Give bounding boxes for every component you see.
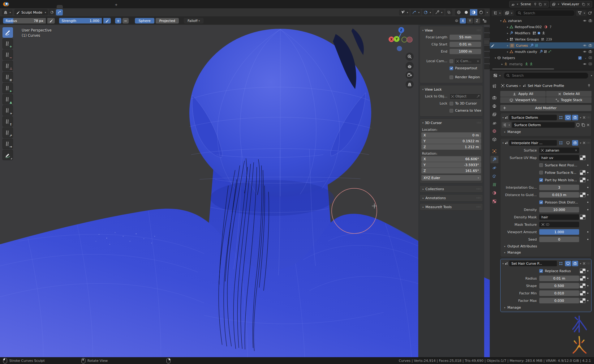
hide-eye-icon[interactable] — [583, 44, 587, 47]
outliner-row-helpers[interactable]: ▾ helpers ⌄ — [490, 55, 594, 61]
measureit-panel-header[interactable]: ▸MeasureIt Tools∷∷ — [420, 203, 483, 211]
local-camera-checkbox[interactable] — [450, 59, 453, 63]
follow-surface-checkbox[interactable] — [539, 171, 543, 174]
tab-tool[interactable] — [490, 82, 498, 90]
modifier-header[interactable]: ▾ Surface Deform ▾ ∷∷ — [501, 114, 590, 121]
lock-to-object-field[interactable]: Object — [450, 93, 481, 100]
tab-modifiers[interactable] — [490, 156, 498, 163]
radius-pressure-button[interactable] — [47, 18, 55, 24]
tab-collection[interactable] — [490, 136, 498, 143]
tab-scene[interactable] — [490, 119, 498, 126]
extras-dropdown[interactable]: ▾ — [580, 262, 581, 265]
editor-type-selector[interactable]: ▾ — [2, 10, 12, 15]
tool-button[interactable]: ≡ — [2, 72, 13, 82]
density-mask-field[interactable]: hair — [539, 214, 579, 220]
tab-constraints[interactable] — [490, 173, 498, 180]
new-scene-icon[interactable] — [538, 2, 542, 6]
tool-button[interactable] — [2, 27, 13, 38]
focal-length-field[interactable]: 55 mm — [450, 35, 481, 40]
collection-checkbox[interactable] — [578, 56, 582, 60]
replace-radius-checkbox[interactable] — [539, 269, 543, 273]
manage-section[interactable]: ▸Manage — [501, 304, 590, 310]
edit-mode-toggle[interactable] — [558, 115, 564, 120]
view-lock-header[interactable]: ▾View Lock — [421, 86, 481, 92]
pin-icon[interactable] — [587, 84, 591, 88]
edit-mode-toggle[interactable] — [558, 261, 564, 266]
close-icon[interactable] — [587, 2, 590, 6]
outliner-search-input[interactable] — [523, 11, 572, 15]
cursor-rot-y[interactable]: Y-3.5933° — [421, 162, 481, 168]
breadcrumb-modifier[interactable]: Set Hair Curve Profile — [528, 84, 564, 88]
direction-add-button[interactable]: + — [115, 18, 121, 24]
distance-to-guides-field[interactable]: 0.013 m — [539, 192, 579, 198]
render-display-toggle[interactable] — [572, 140, 578, 146]
navigation-gizmo[interactable]: Z X Y — [384, 25, 421, 93]
rotation-order-dropdown[interactable]: XYZ Euler▾ — [421, 175, 481, 181]
drag-handle[interactable]: ∷∷ — [587, 262, 590, 265]
curve-transform-toggle[interactable] — [56, 9, 63, 15]
topbar-menu[interactable] — [23, 3, 28, 5]
pan-button[interactable] — [406, 62, 414, 70]
outliner-row-metarig[interactable]: ▸ metarig — [490, 61, 594, 67]
workspace-tab[interactable] — [57, 5, 63, 8]
shading-material-button[interactable] — [470, 9, 477, 15]
tab-physics[interactable] — [490, 164, 498, 172]
topbar-menu[interactable] — [17, 3, 23, 5]
topbar-menu[interactable] — [34, 3, 39, 5]
annotations-panel-header[interactable]: ▸Annotations∷∷ — [420, 194, 483, 202]
new-viewlayer-icon[interactable] — [582, 2, 585, 6]
projected-button[interactable]: Projected — [156, 18, 179, 24]
attribute-toggle[interactable] — [580, 215, 586, 220]
cursor-loc-y[interactable]: Y0.1922 m — [421, 138, 481, 144]
delete-all-button[interactable]: Delete All — [546, 91, 592, 97]
outliner-row-vertex-groups[interactable]: ▸ Vertex Groups 239 — [490, 36, 594, 42]
strength-slider[interactable]: Strength 1.000 — [59, 18, 102, 24]
attribute-toggle[interactable] — [580, 298, 586, 303]
pin-icon[interactable] — [533, 2, 537, 6]
blender-logo-icon[interactable] — [3, 2, 9, 6]
drag-handle[interactable]: ∷∷ — [587, 116, 590, 119]
ortho-toggle-button[interactable] — [406, 80, 414, 88]
properties-search[interactable] — [504, 72, 588, 79]
attribute-toggle[interactable] — [580, 268, 586, 273]
outliner-row-curves[interactable]: ▸ Curves — [490, 42, 594, 49]
properties-search-input[interactable] — [511, 73, 586, 78]
poisson-disk-checkbox[interactable] — [539, 200, 543, 204]
attribute-toggle[interactable] — [580, 276, 586, 281]
collections-panel-header[interactable]: ▸Collections∷∷ — [420, 185, 483, 193]
mode-selector[interactable]: Sculpt Mode ▾ — [14, 9, 48, 15]
viewport-menu[interactable] — [70, 11, 75, 13]
add-workspace-button[interactable]: + — [112, 1, 120, 8]
viewport-menu[interactable] — [65, 11, 70, 13]
attribute-toggle[interactable] — [580, 155, 586, 160]
topbar-menu[interactable] — [28, 3, 34, 5]
outliner-row-mouth-cavity[interactable]: ▸ mouth cavity — [490, 49, 594, 55]
close-icon[interactable] — [582, 116, 586, 119]
copy-icon[interactable] — [581, 123, 585, 127]
n-panel-tab[interactable] — [484, 33, 490, 38]
workspace-tab[interactable] — [63, 5, 69, 8]
shading-dropdown[interactable]: ▾ — [487, 11, 488, 14]
surface-rest-checkbox[interactable] — [539, 163, 543, 167]
symmetry-y-button[interactable]: Y — [467, 18, 473, 24]
outliner-row-zaharan[interactable]: ▾ zaharan — [490, 18, 594, 24]
symmetry-icon[interactable] — [454, 19, 459, 23]
attribute-toggle[interactable] — [580, 170, 586, 175]
factor-max-field[interactable]: 0.030 — [539, 298, 579, 303]
workspace-tab[interactable] — [100, 5, 106, 8]
outliner-hscrollbar[interactable] — [492, 68, 554, 70]
n-panel-tab[interactable] — [484, 58, 490, 63]
hide-eye-icon[interactable] — [583, 19, 587, 23]
add-modifier-button[interactable]: Add Modifier — [500, 105, 592, 111]
passepartout-checkbox[interactable] — [450, 66, 453, 70]
seed-field[interactable]: 0 — [539, 237, 579, 242]
mask-texture-field[interactable]: ID — [539, 222, 579, 227]
symmetry-x-button[interactable]: X — [460, 18, 466, 24]
properties-editor-selector[interactable]: ▾ — [492, 73, 502, 79]
breadcrumb-object[interactable]: Curves — [506, 84, 518, 88]
shape-field[interactable]: 0.500 — [539, 283, 579, 289]
scene-selector[interactable]: ▾ Scene — [509, 1, 549, 7]
tab-output[interactable] — [490, 102, 498, 110]
viewlayer-selector[interactable]: ▾ ViewLayer — [550, 1, 592, 7]
cursor-rot-x[interactable]: X66.606° — [421, 156, 481, 162]
